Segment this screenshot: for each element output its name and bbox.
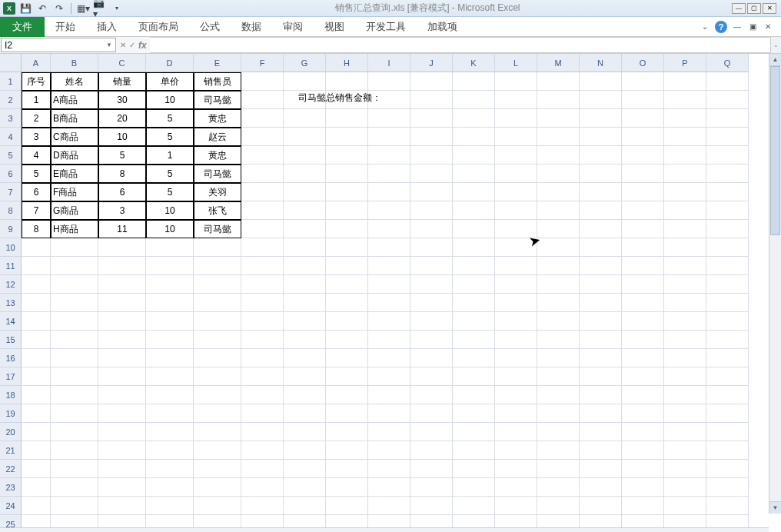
cell-J11[interactable] [410, 257, 453, 275]
cell-D15[interactable] [146, 331, 194, 349]
cell-E19[interactable] [194, 404, 241, 423]
cell-M14[interactable] [537, 312, 580, 331]
cell-P5[interactable] [664, 146, 706, 165]
cell-L12[interactable] [495, 275, 537, 294]
cell-L14[interactable] [495, 312, 537, 331]
cell-E1[interactable]: 销售员 [194, 72, 241, 91]
cell-A9[interactable]: 8 [22, 220, 51, 238]
cell-Q9[interactable] [706, 220, 749, 238]
cell-E8[interactable]: 张飞 [194, 201, 241, 220]
cell-F8[interactable] [241, 201, 284, 220]
cell-I1[interactable] [368, 72, 410, 91]
scroll-down-icon[interactable]: ▼ [769, 501, 781, 514]
cell-G22[interactable] [284, 460, 326, 478]
col-header-A[interactable]: A [22, 54, 51, 72]
cell-I13[interactable] [368, 294, 410, 312]
cell-A15[interactable] [22, 331, 51, 349]
cell-B11[interactable] [51, 257, 98, 275]
cell-E5[interactable]: 黄忠 [194, 146, 241, 165]
cell-D2[interactable]: 10 [146, 91, 194, 109]
horizontal-scrollbar[interactable] [0, 527, 769, 532]
cell-H14[interactable] [326, 312, 368, 331]
cell-I20[interactable] [368, 423, 410, 441]
cell-H22[interactable] [326, 460, 368, 478]
cell-M3[interactable] [537, 109, 580, 128]
tab-view[interactable]: 视图 [314, 17, 355, 37]
cell-O7[interactable] [622, 183, 664, 201]
cell-O5[interactable] [622, 146, 664, 165]
cell-N16[interactable] [580, 349, 622, 367]
cell-K13[interactable] [453, 294, 495, 312]
cell-G20[interactable] [284, 423, 326, 441]
cell-D12[interactable] [146, 275, 194, 294]
cell-I5[interactable] [368, 146, 410, 165]
cell-P6[interactable] [664, 165, 706, 183]
row-header-14[interactable]: 14 [0, 312, 22, 331]
cell-O22[interactable] [622, 460, 664, 478]
cell-F22[interactable] [241, 460, 284, 478]
cell-note[interactable]: 司马懿总销售金额： [298, 91, 381, 105]
cell-G21[interactable] [284, 441, 326, 460]
cell-D9[interactable]: 10 [146, 220, 194, 238]
maximize-button[interactable]: ▢ [747, 3, 761, 14]
cell-M10[interactable] [537, 238, 580, 257]
cell-F19[interactable] [241, 404, 284, 423]
doc-restore-icon[interactable]: ▣ [747, 22, 758, 32]
cell-A7[interactable]: 6 [22, 183, 51, 201]
cell-C19[interactable] [98, 404, 146, 423]
cell-I3[interactable] [368, 109, 410, 128]
cell-C21[interactable] [98, 441, 146, 460]
cell-G16[interactable] [284, 349, 326, 367]
cell-J6[interactable] [410, 165, 453, 183]
cell-N23[interactable] [580, 478, 622, 497]
cell-C5[interactable]: 5 [98, 146, 146, 165]
cell-K15[interactable] [453, 331, 495, 349]
cell-I17[interactable] [368, 367, 410, 386]
cell-B13[interactable] [51, 294, 98, 312]
cell-K5[interactable] [453, 146, 495, 165]
cell-F13[interactable] [241, 294, 284, 312]
cell-H20[interactable] [326, 423, 368, 441]
cell-E7[interactable]: 关羽 [194, 183, 241, 201]
col-header-K[interactable]: K [453, 54, 495, 72]
cell-K3[interactable] [453, 109, 495, 128]
cell-F5[interactable] [241, 146, 284, 165]
cell-E10[interactable] [194, 238, 241, 257]
cell-O11[interactable] [622, 257, 664, 275]
row-header-2[interactable]: 2 [0, 91, 22, 109]
cell-B17[interactable] [51, 367, 98, 386]
cell-A22[interactable] [22, 460, 51, 478]
cell-B9[interactable]: H商品 [51, 220, 98, 238]
cell-B4[interactable]: C商品 [51, 128, 98, 146]
cell-P7[interactable] [664, 183, 706, 201]
cell-E2[interactable]: 司马懿 [194, 91, 241, 109]
cell-P1[interactable] [664, 72, 706, 91]
cell-C9[interactable]: 11 [98, 220, 146, 238]
cell-G13[interactable] [284, 294, 326, 312]
cell-M18[interactable] [537, 386, 580, 404]
col-header-C[interactable]: C [98, 54, 146, 72]
cell-M2[interactable] [537, 91, 580, 109]
cell-C2[interactable]: 30 [98, 91, 146, 109]
cell-C15[interactable] [98, 331, 146, 349]
cell-M20[interactable] [537, 423, 580, 441]
cell-G12[interactable] [284, 275, 326, 294]
cell-P19[interactable] [664, 404, 706, 423]
cell-N11[interactable] [580, 257, 622, 275]
cell-P9[interactable] [664, 220, 706, 238]
cell-G6[interactable] [284, 165, 326, 183]
cell-E16[interactable] [194, 349, 241, 367]
col-header-J[interactable]: J [410, 54, 453, 72]
cell-P22[interactable] [664, 460, 706, 478]
cell-H5[interactable] [326, 146, 368, 165]
help-icon[interactable]: ? [715, 21, 727, 33]
cell-M15[interactable] [537, 331, 580, 349]
cell-M6[interactable] [537, 165, 580, 183]
col-header-O[interactable]: O [622, 54, 664, 72]
cell-P21[interactable] [664, 441, 706, 460]
row-header-24[interactable]: 24 [0, 497, 22, 515]
cell-M5[interactable] [537, 146, 580, 165]
cell-O23[interactable] [622, 478, 664, 497]
cell-D18[interactable] [146, 386, 194, 404]
cell-B15[interactable] [51, 331, 98, 349]
